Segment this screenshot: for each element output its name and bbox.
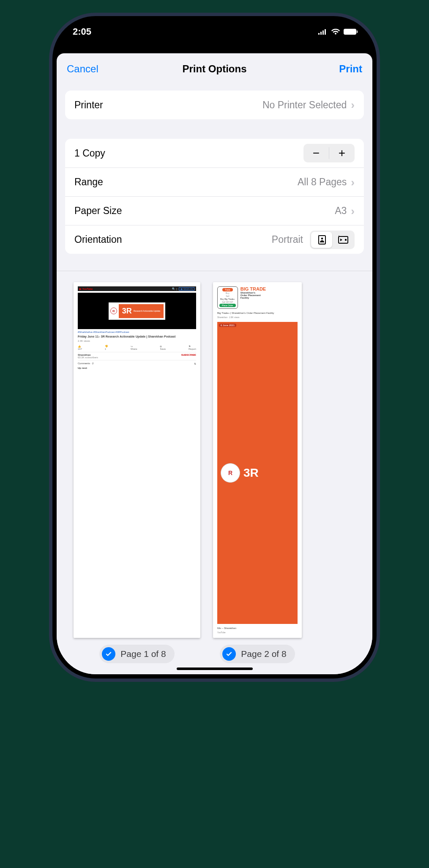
copies-decrement[interactable]: − — [303, 144, 329, 162]
landscape-icon — [337, 235, 348, 244]
print-options-sheet: Cancel Print Options Print Printer No Pr… — [57, 53, 372, 674]
printer-value: No Printer Selected — [262, 99, 347, 111]
printer-row[interactable]: Printer No Printer Selected › — [65, 91, 364, 119]
copies-row: 1 Copy − + — [65, 139, 364, 168]
range-label: Range — [74, 176, 103, 188]
paper-size-label: Paper Size — [74, 205, 122, 217]
page-indicator-1: Page 1 of 8 — [120, 649, 166, 659]
svg-rect-1 — [320, 32, 322, 35]
checkmark-icon — [102, 647, 115, 661]
battery-icon — [344, 29, 356, 35]
page-thumbnail-2[interactable]: Trade Buy Sell Buy Big Trade+ Sell MF/SI… — [213, 282, 302, 663]
orientation-value: Portrait — [272, 234, 303, 245]
copies-increment[interactable]: + — [329, 144, 355, 162]
portrait-icon — [317, 235, 326, 245]
nav-bar: Cancel Print Options Print — [57, 53, 372, 85]
status-time: 2:05 — [73, 26, 91, 37]
page-selection-toggle-2[interactable]: Page 2 of 8 — [220, 645, 295, 663]
orientation-landscape-button[interactable] — [332, 232, 353, 248]
chevron-right-icon: › — [351, 206, 355, 217]
copies-stepper: − + — [303, 144, 355, 162]
svg-rect-0 — [318, 33, 320, 35]
checkmark-icon — [222, 647, 236, 661]
cancel-button[interactable]: Cancel — [57, 53, 109, 85]
orientation-label: Orientation — [74, 234, 122, 245]
copies-label: 1 Copy — [74, 148, 105, 159]
chevron-right-icon: › — [351, 177, 355, 188]
iphone-frame: 2:05 Cancel Print Options Print Printer … — [49, 13, 380, 682]
screen-backdrop — [57, 43, 372, 53]
range-value: All 8 Pages — [298, 176, 347, 188]
orientation-row: Orientation Portrait — [65, 225, 364, 254]
paper-size-row[interactable]: Paper Size A3 › — [65, 196, 364, 225]
sheet-title: Print Options — [183, 63, 247, 75]
page-indicator-2: Page 2 of 8 — [241, 649, 286, 659]
svg-rect-2 — [322, 30, 324, 35]
cell-signal-icon — [318, 29, 328, 35]
svg-point-7 — [345, 239, 347, 240]
page-selection-toggle-1[interactable]: Page 1 of 8 — [99, 645, 174, 663]
printer-group: Printer No Printer Selected › — [65, 91, 364, 119]
svg-rect-4 — [319, 236, 325, 244]
range-row[interactable]: Range All 8 Pages › — [65, 168, 364, 196]
chevron-right-icon: › — [351, 99, 355, 110]
orientation-portrait-button[interactable] — [311, 232, 332, 248]
svg-point-5 — [321, 237, 323, 239]
home-indicator[interactable] — [177, 667, 253, 670]
iphone-bezel: 2:05 Cancel Print Options Print Printer … — [57, 20, 372, 674]
notch — [151, 20, 278, 34]
wifi-icon — [331, 28, 340, 35]
settings-group: 1 Copy − + Range All 8 Pages › Paper Si — [65, 139, 364, 254]
orientation-segmented-control — [310, 231, 355, 249]
printer-label: Printer — [74, 99, 103, 111]
preview-area[interactable]: ▶ YouTube🔍 ⋮ ◉ SIGN IN R 3RResearch Acti… — [57, 271, 372, 674]
print-button[interactable]: Print — [329, 53, 372, 85]
page-thumbnail-1[interactable]: ▶ YouTube🔍 ⋮ ◉ SIGN IN R 3RResearch Acti… — [74, 282, 200, 663]
svg-rect-3 — [325, 29, 326, 35]
paper-size-value: A3 — [335, 205, 347, 217]
